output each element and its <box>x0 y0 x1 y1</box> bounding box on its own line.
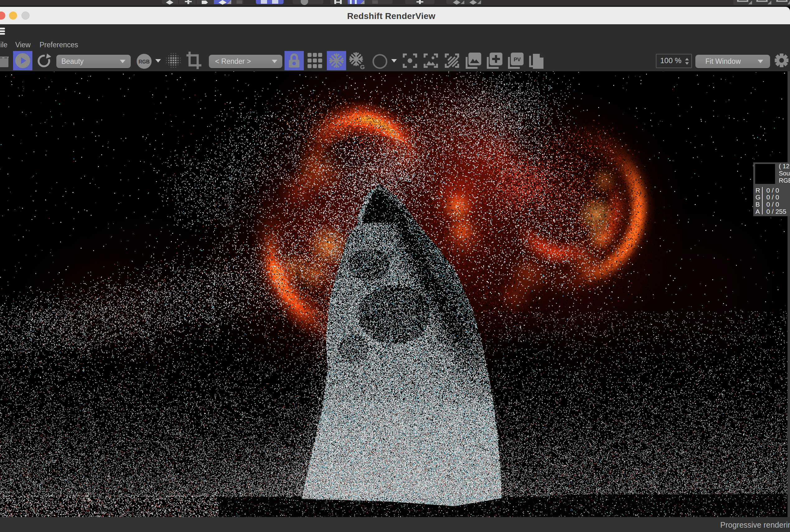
svg-text:PV: PV <box>514 57 521 62</box>
svg-text:G: G <box>360 64 365 70</box>
svg-text:RGB: RGB <box>139 59 150 64</box>
